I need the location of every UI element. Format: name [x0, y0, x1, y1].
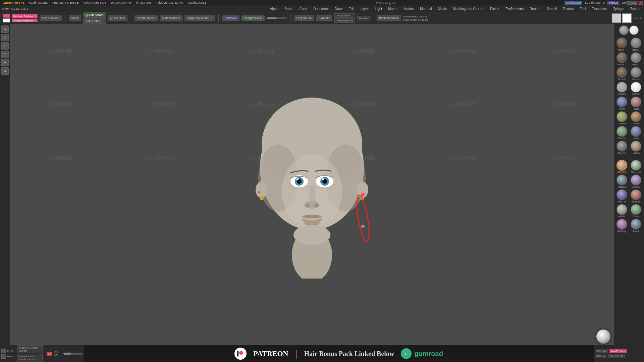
- stretch-btn[interactable]: Stretch: 31: [608, 354, 625, 358]
- see-through: See-through: 0: [583, 1, 606, 5]
- menu-movie[interactable]: Movie: [436, 7, 449, 11]
- menu-color[interactable]: Color: [298, 7, 309, 11]
- brush-damsta[interactable]: DamSta: [615, 111, 628, 125]
- mask-pg-cursor-btn[interactable]: Mask PG Under Cursor: [17, 345, 43, 353]
- floor-icon[interactable]: [1, 354, 6, 359]
- quick-save-btn[interactable]: QuickSave: [565, 1, 583, 5]
- brush-selectli[interactable]: SelectLi: [630, 175, 642, 188]
- menu-transform[interactable]: Transform: [590, 7, 609, 11]
- top-sphere-2[interactable]: [629, 25, 639, 35]
- brush-bassm[interactable]: BassM: [630, 38, 642, 51]
- menu-zplugin[interactable]: Zplugin: [611, 7, 626, 11]
- brush-flat-col[interactable]: Flat Col: [630, 82, 642, 95]
- left-tool-2[interactable]: ⊡: [1, 34, 9, 41]
- restore-custom-ui-btn[interactable]: Restore Custom UI: [12, 14, 38, 18]
- brush-clacusp[interactable]: ClaCusp: [615, 219, 628, 232]
- brush-pinch[interactable]: Pinch: [615, 97, 628, 110]
- scratch-disk: Scratch Disk 48: [109, 1, 133, 5]
- dynamic-btn[interactable]: Dynamic: [316, 15, 332, 21]
- auto-mask-pg-btn[interactable]: AutoMask PG: [334, 18, 355, 23]
- menu-texture[interactable]: Texture: [561, 7, 576, 11]
- pivot-icon[interactable]: [1, 349, 6, 353]
- brush-move-t[interactable]: Move T: [615, 38, 628, 51]
- brush-zooms[interactable]: Zooms: [630, 204, 642, 218]
- left-tool-3[interactable]: ◻: [1, 42, 9, 50]
- double-btn[interactable]: Double: [357, 16, 370, 20]
- brush-bassm3[interactable]: BassM: [630, 67, 642, 80]
- menu-tool[interactable]: Tool: [578, 7, 588, 11]
- menu-draw[interactable]: Draw: [333, 7, 344, 11]
- spotlight-projection-btn[interactable]: Spotlight Projection: [12, 19, 38, 22]
- menu-meshing[interactable]: Meshing and Groups: [451, 7, 486, 11]
- top-sphere-1[interactable]: [619, 25, 629, 35]
- was-preview-btn[interactable]: WasPreview: [609, 349, 627, 353]
- unmask-pg-cursor-btn[interactable]: Unmask PG Under Cursor: [17, 354, 43, 362]
- bottom-slider[interactable]: [63, 353, 83, 355]
- menu-light[interactable]: Light: [373, 7, 384, 11]
- brush-selectri[interactable]: SelectRi: [630, 189, 642, 203]
- navigation-sphere[interactable]: [596, 329, 610, 344]
- all-low-btn[interactable]: All Low: [595, 354, 607, 358]
- minimize-btn[interactable]: ─: [627, 1, 632, 5]
- brush-hairtool[interactable]: HairTool: [630, 141, 642, 154]
- brush-inflate[interactable]: Inflate: [630, 126, 642, 139]
- menu-zscript[interactable]: Zscript: [629, 7, 642, 11]
- menu-marker[interactable]: Marker: [402, 7, 416, 11]
- smart-dmesh-btn[interactable]: Smart DMesh: [135, 15, 158, 21]
- brush-so-ham[interactable]: SO_Ham: [630, 160, 642, 173]
- quick-select-btn[interactable]: Quick Select: [83, 12, 106, 18]
- left-tool-6[interactable]: ◈: [1, 67, 9, 75]
- target-polycount-btn[interactable]: Target Polycount: 1: [184, 15, 215, 21]
- menu-render[interactable]: Render: [528, 7, 542, 11]
- blur-mask-btn[interactable]: BlurMask: [222, 15, 239, 21]
- brush-actual[interactable]: Actual: [630, 219, 642, 232]
- maximize-btn[interactable]: □: [633, 1, 637, 5]
- menu-layer[interactable]: Layer: [359, 7, 371, 11]
- menu-document[interactable]: Document: [312, 7, 330, 11]
- brush-claybui[interactable]: ClayBui: [630, 111, 642, 125]
- brush-aahui[interactable]: AAHUI: [615, 204, 628, 218]
- menu-preferences[interactable]: Preferences: [504, 7, 525, 11]
- close-btn[interactable]: ✕: [638, 1, 643, 5]
- brush-standard[interactable]: Standar: [615, 82, 628, 95]
- backface-mask-btn[interactable]: BackfaceMask: [377, 15, 401, 21]
- brush-move-t2[interactable]: Move T: [615, 52, 628, 66]
- sharpen-mask-btn[interactable]: SharpenMask: [241, 15, 265, 21]
- left-tool-5[interactable]: ✦: [1, 59, 9, 66]
- color-swatch-primary[interactable]: [3, 14, 10, 18]
- menus-btn[interactable]: Menus: [607, 1, 620, 5]
- menu-macro[interactable]: Macro: [386, 7, 399, 11]
- brush-mastre[interactable]: MasTre: [615, 189, 628, 203]
- menu-brush[interactable]: Brush: [283, 7, 295, 11]
- brush-so-soft[interactable]: SO_Soft: [615, 160, 628, 173]
- brush-maskla[interactable]: MaskLa: [615, 175, 628, 188]
- live-boolean-btn[interactable]: Live Boolean: [40, 15, 62, 21]
- lazy-mouse-btn[interactable]: LazyMouse: [294, 15, 314, 21]
- all-high-btn[interactable]: All High: [595, 349, 608, 353]
- show-btn[interactable]: Show: [69, 15, 81, 21]
- menu-picker[interactable]: Picker: [488, 7, 501, 11]
- material-swatch-grey[interactable]: [612, 13, 621, 23]
- left-tool-4[interactable]: ⬡: [1, 51, 9, 58]
- brush-toypla[interactable]: ToyPla: [630, 97, 642, 110]
- left-tool-1[interactable]: ◈: [1, 25, 9, 33]
- window-controls[interactable]: ─ □ ✕: [627, 0, 644, 5]
- menu-material[interactable]: Material: [418, 7, 434, 11]
- patreon-logo[interactable]: [234, 348, 247, 360]
- mask-slider[interactable]: [267, 17, 287, 19]
- main-viewport[interactable]: 人人素材社区人人素材社区人人素材社区 人人素材社区人人素材社区人人素材社区 人人…: [10, 24, 614, 345]
- gumroad-section[interactable]: g gumroad: [401, 348, 443, 359]
- brush-orb-crs[interactable]: Orb_Crs: [615, 141, 628, 154]
- menu-alpha[interactable]: Alpha: [268, 7, 280, 11]
- material-swatch-white[interactable]: [622, 13, 632, 23]
- color-swatch-secondary[interactable]: [3, 18, 10, 22]
- match-current-btn[interactable]: MatchCurrent: [160, 15, 183, 21]
- brush-bassm2[interactable]: BassM: [630, 52, 642, 66]
- set-subtool-btn[interactable]: Set Subtool: [83, 18, 106, 24]
- brush-move-e[interactable]: Move E: [615, 67, 628, 80]
- brush-trimdy[interactable]: TrimDy: [615, 126, 628, 139]
- menu-stencil[interactable]: Stencil: [545, 7, 558, 11]
- menu-edit[interactable]: Edit: [347, 7, 356, 11]
- accu-curve-btn[interactable]: AccuCurve: [334, 13, 355, 18]
- quick-hide-btn[interactable]: Quick Hide: [108, 15, 127, 21]
